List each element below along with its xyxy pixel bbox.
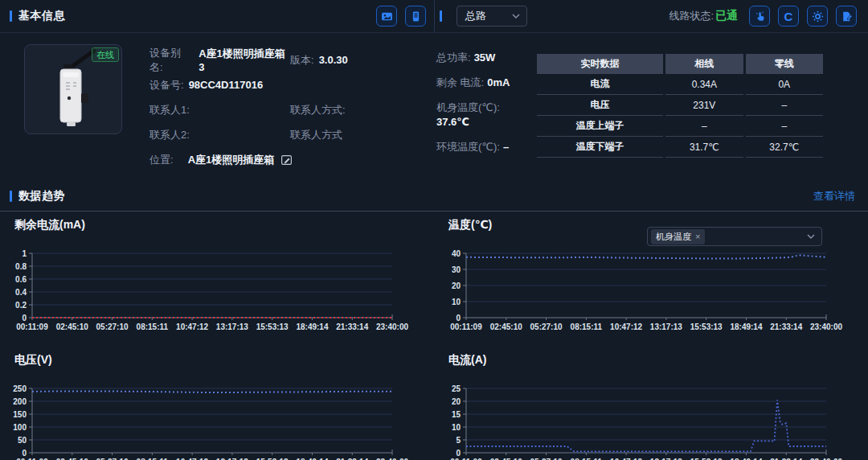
chart-title: 电流(A) <box>448 353 868 366</box>
section-accent-bar <box>440 10 442 22</box>
table-cell: 温度上端子 <box>537 116 663 137</box>
svg-text:02:45:10: 02:45:10 <box>56 322 88 331</box>
device-fields: 设备别名:A座1楼照明插座箱3 版本:3.0.30 设备号:98CC4D1170… <box>149 44 419 181</box>
view-details-link[interactable]: 查看详情 <box>813 189 855 203</box>
svg-text:250: 250 <box>13 384 27 393</box>
power-label: 总功率: <box>436 51 471 64</box>
series-tag-label: 机身温度 <box>656 231 691 243</box>
edit-location-button[interactable] <box>280 154 293 166</box>
device-icon <box>410 10 422 23</box>
svg-text:00:11:09: 00:11:09 <box>16 322 48 331</box>
table-cell: – <box>665 116 743 137</box>
temperature-series-select[interactable]: 机身温度 × <box>647 227 822 246</box>
report-edit-button[interactable] <box>836 6 857 27</box>
table-row: 电压 231V – <box>537 95 823 116</box>
line-status-label: 线路状态: <box>669 9 714 23</box>
svg-text:0: 0 <box>456 314 461 322</box>
svg-text:02:45:10: 02:45:10 <box>490 322 522 331</box>
contact1-label: 联系人1: <box>149 103 190 117</box>
env-temp-label: 环境温度(℃): <box>436 141 500 153</box>
svg-text:05:27:10: 05:27:10 <box>530 322 563 331</box>
realtime-stats: 总功率:35W 剩余 电流:0mA 机身温度(℃):37.6℃ 环境温度(℃):… <box>436 44 523 181</box>
residual-current-label: 剩余 电流: <box>436 76 484 88</box>
settings-button[interactable] <box>807 6 828 27</box>
svg-text:10:47:12: 10:47:12 <box>176 322 208 331</box>
svg-text:0.8: 0.8 <box>15 262 27 271</box>
device-info-section: 在线 设备别名:A座1楼照明插座箱3 版本:3.0.30 设备号:98CC4D1… <box>0 33 868 181</box>
table-header: 零线 <box>746 54 823 74</box>
residual-current-chart: 剩余电流(mA) 00.20.40.60.8100:11:0902:45:100… <box>0 212 434 347</box>
table-row: 温度下端子 31.7℃ 32.7℃ <box>537 137 823 158</box>
trend-charts-grid: 剩余电流(mA) 00.20.40.60.8100:11:0902:45:100… <box>0 212 868 460</box>
svg-text:15:53:13: 15:53:13 <box>690 322 723 331</box>
current-chart: 电流(A) 051015202500:11:0902:45:1005:27:10… <box>434 347 868 460</box>
alias-value: A座1楼照明插座箱3 <box>199 47 290 73</box>
contact2-label: 联系人2: <box>149 128 190 142</box>
body-temp-value: 37.6℃ <box>436 116 469 128</box>
chart-title: 电压(V) <box>14 353 434 366</box>
svg-text:0: 0 <box>456 449 461 458</box>
contact-method2-label: 联系人方式 <box>290 128 342 142</box>
table-cell: 231V <box>665 95 743 116</box>
svg-text:23:40:00: 23:40:00 <box>810 322 842 331</box>
temperature-plot[interactable]: 01020304000:11:0902:45:1005:27:1008:15:1… <box>442 248 868 345</box>
table-header: 实时数据 <box>537 54 663 74</box>
data-trends-header: 数据趋势 查看详情 <box>0 181 868 212</box>
table-cell: 温度下端子 <box>537 137 663 158</box>
svg-text:150: 150 <box>13 410 27 419</box>
svg-text:15:53:13: 15:53:13 <box>256 322 289 331</box>
top-header: 基本信息 总路 线路状态: 已通 C <box>0 0 868 33</box>
device-view-button[interactable] <box>405 6 426 27</box>
svg-text:40: 40 <box>452 249 461 258</box>
image-icon <box>381 10 393 23</box>
line-status-value: 已通 <box>715 9 738 23</box>
refresh-button[interactable]: C <box>778 6 799 27</box>
online-status-badge: 在线 <box>92 47 119 62</box>
table-cell: 0.34A <box>665 74 743 95</box>
data-trends-title: 数据趋势 <box>18 189 65 203</box>
contact-method1-label: 联系人方式: <box>290 103 346 117</box>
voltage-plot[interactable]: 05010015020025000:11:0902:45:1005:27:100… <box>8 384 434 460</box>
body-temp-label: 机身温度(℃): <box>436 101 500 113</box>
svg-text:18:49:14: 18:49:14 <box>296 322 328 331</box>
chevron-down-icon <box>807 234 815 239</box>
svg-text:20: 20 <box>452 397 461 406</box>
image-view-button[interactable] <box>376 6 397 27</box>
device-photo-card: 在线 <box>24 44 122 134</box>
svg-text:30: 30 <box>452 265 461 274</box>
line-select[interactable]: 总路 <box>457 6 527 27</box>
table-cell: 32.7℃ <box>746 137 823 158</box>
svg-text:50: 50 <box>18 436 27 445</box>
svg-text:10: 10 <box>452 298 461 306</box>
hand-pointer-icon <box>754 10 766 23</box>
svg-text:05:27:10: 05:27:10 <box>96 322 129 331</box>
svg-text:15: 15 <box>452 410 461 419</box>
line-control-header: 总路 线路状态: 已通 C <box>434 0 868 32</box>
current-plot[interactable]: 051015202500:11:0902:45:1005:27:1008:15:… <box>442 384 868 460</box>
svg-text:18:49:14: 18:49:14 <box>730 322 762 331</box>
svg-text:200: 200 <box>13 397 27 406</box>
location-label: 位置: <box>149 153 174 167</box>
svg-text:00:11:09: 00:11:09 <box>450 322 482 331</box>
svg-text:25: 25 <box>452 384 461 393</box>
residual-current-plot[interactable]: 00.20.40.60.8100:11:0902:45:1005:27:1008… <box>8 248 434 345</box>
table-cell: – <box>746 95 823 116</box>
remove-tag-icon[interactable]: × <box>695 232 700 241</box>
svg-text:0.4: 0.4 <box>15 288 27 297</box>
gear-icon <box>812 10 824 23</box>
basic-info-title: 基本信息 <box>18 9 65 23</box>
svg-text:0: 0 <box>22 314 27 322</box>
env-temp-value: – <box>503 141 509 153</box>
svg-text:20: 20 <box>452 281 461 290</box>
svg-text:08:15:11: 08:15:11 <box>137 322 169 331</box>
svg-text:1: 1 <box>22 249 27 258</box>
svg-text:100: 100 <box>13 423 27 432</box>
alias-label: 设备别名: <box>149 46 194 75</box>
svg-text:21:33:14: 21:33:14 <box>770 322 802 331</box>
svg-text:0.2: 0.2 <box>15 301 27 310</box>
chart-title: 剩余电流(mA) <box>14 218 434 231</box>
table-row: 电流 0.34A 0A <box>537 74 823 95</box>
device-no-label: 设备号: <box>149 78 184 92</box>
chevron-down-icon <box>512 14 520 18</box>
manual-control-button[interactable] <box>749 6 770 27</box>
